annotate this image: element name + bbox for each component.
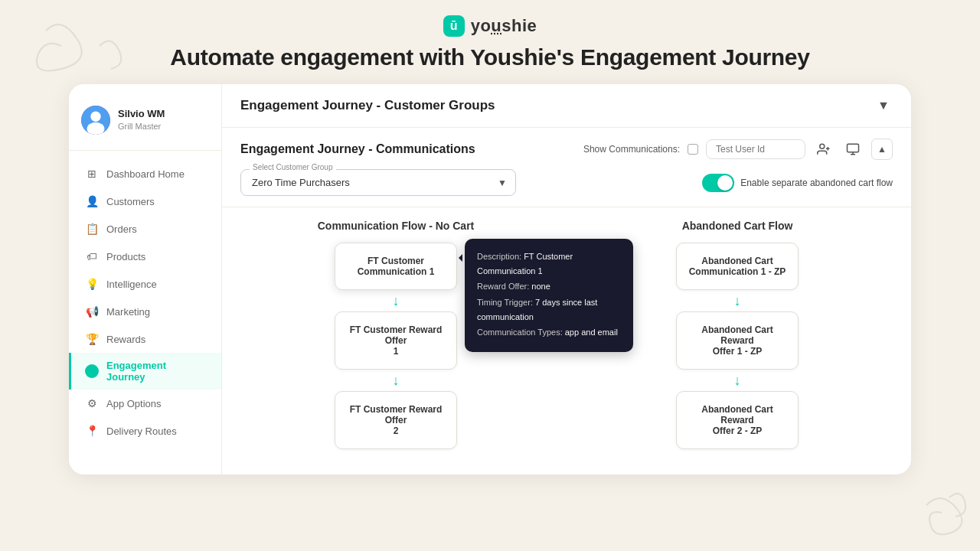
trophy-icon: 🏆 <box>85 332 99 346</box>
section-header: Engagement Journey - Customer Groups ▼ <box>222 84 911 128</box>
app-container: Silvio WM Grill Master ⊞ Dashboard Home … <box>69 84 911 474</box>
logo-bar: ū youshie <box>0 15 980 37</box>
show-comm-checkbox[interactable] <box>688 144 698 155</box>
list-icon: 📋 <box>85 222 99 236</box>
main-content: Engagement Journey - Customer Groups ▼ E… <box>222 84 911 474</box>
comm-title: Engagement Journey - Communications <box>240 142 475 156</box>
no-cart-flow-title: Communication Flow - No Cart <box>318 220 475 232</box>
abandoned-cart-toggle[interactable] <box>702 174 734 192</box>
ft-comm-1-card[interactable]: FT CustomerCommunication 1 <box>335 243 457 290</box>
toggle-label: Enable separate abandoned cart flow <box>740 178 893 188</box>
customer-group-select-wrap: Select Customer Group Zero Time Purchase… <box>240 169 516 196</box>
abandoned-cart-flow-title: Abandoned Cart Flow <box>682 220 793 232</box>
svg-rect-3 <box>848 144 859 152</box>
engagement-icon <box>85 364 99 378</box>
tag-icon: 🏷 <box>85 249 99 263</box>
sidebar-item-engagement-journey[interactable]: Engagement Journey <box>69 353 221 390</box>
grid-icon: ⊞ <box>85 167 99 181</box>
ft-reward-1-card[interactable]: FT Customer Reward Offer1 <box>335 311 457 370</box>
logo-text: youshie <box>471 16 537 36</box>
logo-icon: ū <box>443 15 465 37</box>
customer-group-select[interactable]: Zero Time Purchasers First Time Buyers L… <box>240 169 516 196</box>
user-add-icon[interactable] <box>813 139 835 160</box>
section-collapse-button[interactable]: ▼ <box>874 96 893 115</box>
sidebar-item-intelligence[interactable]: 💡 Intelligence <box>69 270 221 298</box>
comm-controls: Show Communications: <box>583 139 893 160</box>
user-role: Grill Master <box>118 121 165 132</box>
select-group-label: Select Customer Group <box>250 163 336 171</box>
abandoned-flow-arrow-2: ↓ <box>734 370 741 391</box>
abandoned-reward-1-card[interactable]: Abandoned Cart RewardOffer 1 - ZP <box>676 311 799 370</box>
person-icon: 👤 <box>85 194 99 208</box>
bulb-icon: 💡 <box>85 277 99 291</box>
user-info: Silvio WM Grill Master <box>118 108 165 132</box>
abandoned-flow-arrow-1: ↓ <box>734 290 741 311</box>
section-header-title: Engagement Journey - Customer Groups <box>240 98 495 113</box>
sidebar-item-dashboard-home[interactable]: ⊞ Dashboard Home <box>69 160 221 187</box>
sidebar-item-delivery-routes[interactable]: 📍 Delivery Routes <box>69 417 221 445</box>
toggle-row: Enable separate abandoned cart flow <box>702 174 893 192</box>
user-profile: Silvio WM Grill Master <box>69 99 221 151</box>
main-title: Automate engagement with Youshie's Engag… <box>0 44 980 70</box>
send-icon[interactable] <box>842 139 864 160</box>
ft-comm-1-wrap: FT CustomerCommunication 1 Description: … <box>335 243 457 290</box>
flow-arrow-2: ↓ <box>393 370 400 391</box>
sidebar-item-marketing[interactable]: 📢 Marketing <box>69 298 221 325</box>
test-user-input[interactable] <box>706 139 805 159</box>
comm-header: Engagement Journey - Communications Show… <box>240 139 893 160</box>
svg-point-0 <box>820 144 825 148</box>
tooltip-timing-row: Timing Trigger: 7 days since last commun… <box>477 295 621 324</box>
avatar <box>81 106 110 135</box>
top-section: ū youshie Automate engagement with Yoush… <box>0 0 980 70</box>
flow-area: Communication Flow - No Cart FT Customer… <box>222 207 911 474</box>
tooltip-reward-row: Reward Offer: none <box>477 279 621 294</box>
collapse-button[interactable]: ▲ <box>871 139 893 160</box>
sidebar-item-products[interactable]: 🏷 Products <box>69 243 221 270</box>
abandoned-reward-2-card[interactable]: Abandoned Cart RewardOffer 2 - ZP <box>676 391 799 449</box>
communications-section: Engagement Journey - Communications Show… <box>222 128 911 207</box>
megaphone-icon: 📢 <box>85 305 99 318</box>
toggle-dot <box>717 175 733 191</box>
sidebar: Silvio WM Grill Master ⊞ Dashboard Home … <box>69 84 222 474</box>
sidebar-item-customers[interactable]: 👤 Customers <box>69 187 221 215</box>
customer-group-row: Select Customer Group Zero Time Purchase… <box>240 169 893 196</box>
tooltip-popup: Description: FT Customer Communication 1… <box>465 239 633 352</box>
show-comm-label: Show Communications: <box>583 144 680 155</box>
tooltip-description-row: Description: FT Customer Communication 1 <box>477 249 621 278</box>
sliders-icon: ⚙ <box>85 396 99 410</box>
tooltip-commtypes-row: Communication Types: app and email <box>477 325 621 340</box>
abandoned-comm-1-card[interactable]: Abandoned CartCommunication 1 - ZP <box>676 243 799 290</box>
no-cart-flow-column: Communication Flow - No Cart FT Customer… <box>240 207 551 474</box>
route-icon: 📍 <box>85 424 99 438</box>
sidebar-item-orders[interactable]: 📋 Orders <box>69 215 221 243</box>
sidebar-item-app-options[interactable]: ⚙ App Options <box>69 390 221 417</box>
user-name: Silvio WM <box>118 108 165 121</box>
sidebar-item-rewards[interactable]: 🏆 Rewards <box>69 325 221 353</box>
ft-reward-2-card[interactable]: FT Customer Reward Offer2 <box>335 391 457 449</box>
flow-arrow-1: ↓ <box>393 290 400 311</box>
